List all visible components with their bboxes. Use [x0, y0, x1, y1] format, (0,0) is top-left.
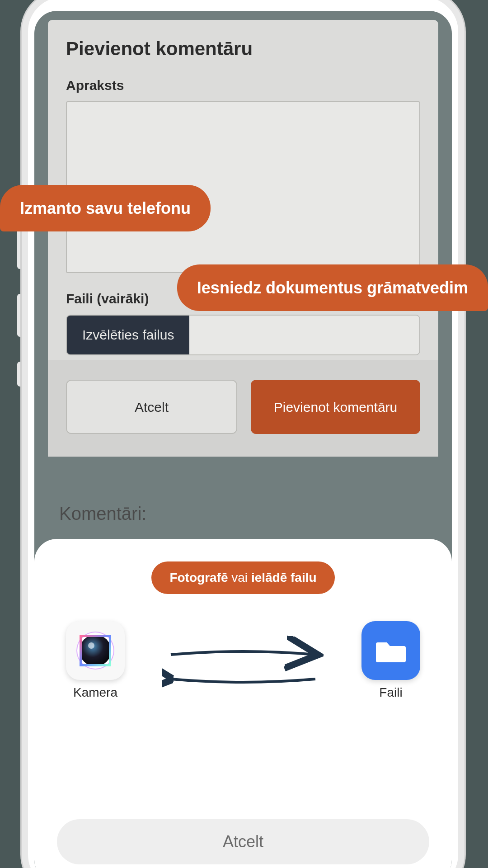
comments-heading: Komentāri:	[59, 504, 146, 524]
sheet-cancel-button[interactable]: Atcelt	[57, 819, 429, 864]
description-label: Apraksts	[66, 78, 420, 93]
modal-title: Pievienot komentāru	[66, 38, 420, 60]
sheet-hint-pill: Fotografē vai ielādē failu	[151, 561, 334, 594]
camera-label: Kamera	[73, 685, 117, 700]
camera-option[interactable]: Kamera	[66, 621, 125, 700]
camera-icon	[66, 621, 125, 680]
choose-files-button[interactable]: Izvēlēties failus	[67, 316, 189, 354]
submit-comment-button[interactable]: Pievienot komentāru	[251, 380, 420, 434]
files-label: Faili	[379, 685, 402, 700]
file-source-sheet: Fotografē vai ielādē failu Kamera	[34, 539, 452, 868]
files-option[interactable]: Faili	[361, 621, 420, 700]
phone-screen: Komentāri: Pievienot komentāru Apraksts …	[34, 11, 452, 868]
swap-arrows-icon	[162, 635, 324, 698]
modal-footer: Atcelt Pievienot komentāru	[48, 360, 438, 457]
folder-icon	[361, 621, 420, 680]
add-comment-modal: Pievienot komentāru Apraksts Faili (vair…	[48, 20, 438, 457]
file-name-display	[189, 316, 419, 354]
cancel-button[interactable]: Atcelt	[66, 380, 237, 434]
callout-use-phone: Izmanto savu telefonu	[0, 185, 211, 231]
phone-frame: Komentāri: Pievienot komentāru Apraksts …	[22, 0, 465, 868]
callout-submit-docs: Iesniedz dokumentus grāmatvedim	[177, 264, 488, 311]
file-picker-row: Izvēlēties failus	[66, 315, 420, 355]
app-options-row: Kamera	[57, 621, 429, 700]
